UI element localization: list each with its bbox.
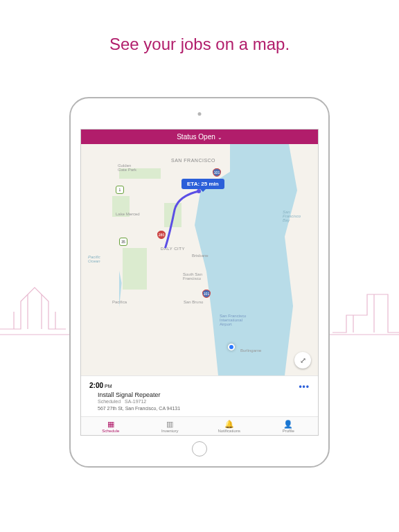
job-time-value: 2:00 (89, 382, 103, 389)
map-park (164, 203, 181, 227)
status-filter-label: Status Open (177, 133, 215, 141)
tab-notifications[interactable]: 🔔 Notifications (200, 417, 259, 435)
job-more-button[interactable]: ••• (299, 382, 310, 391)
current-location-marker (228, 344, 235, 351)
job-title: Install Signal Repeater (98, 391, 310, 398)
status-filter-bar[interactable]: Status Open⌄ (81, 130, 318, 144)
map-label-place: Brisbane (192, 254, 209, 258)
tablet-camera (198, 112, 202, 116)
job-meta: ScheduledSA-19712 (98, 399, 310, 404)
tab-label: Schedule (102, 429, 119, 433)
app-screen: Status Open⌄ SAN FRANCISCO DALY CITY Gol… (80, 129, 319, 436)
map-label-city: DALY CITY (161, 247, 185, 251)
map-label-place: San Francisco International Airport (220, 314, 246, 326)
highway-shield: 35 (119, 238, 127, 246)
chevron-down-icon: ⌄ (218, 134, 222, 141)
tab-schedule[interactable]: ▦ Schedule (81, 417, 141, 435)
map-label-place: Golden Gate Park (118, 163, 136, 172)
compass-button[interactable]: ⤢ (294, 352, 311, 369)
calendar-icon: ▦ (81, 420, 141, 428)
tab-inventory[interactable]: ▥ Inventory (141, 417, 200, 435)
highway-shield: 1 (116, 186, 124, 194)
tab-profile[interactable]: 👤 Profile (259, 417, 319, 435)
map-label-place: Burlingame (240, 348, 261, 353)
job-time: 2:00PM (89, 382, 310, 389)
tablet-home-button (192, 441, 207, 456)
job-status: Scheduled (98, 399, 121, 404)
person-icon: 👤 (259, 420, 319, 428)
tab-label: Notifications (218, 429, 240, 433)
map-label-place: San Bruno (184, 300, 203, 304)
tab-label: Inventory (161, 429, 179, 433)
eta-badge: ETA: 25 min (181, 179, 224, 189)
map-label-water: San Francisco Bay (283, 210, 301, 222)
map-label-place: South San Francisco (183, 272, 202, 281)
tablet-device-frame: Status Open⌄ SAN FRANCISCO DALY CITY Gol… (69, 97, 330, 468)
map-label-place: Lake Merced (116, 212, 140, 216)
barcode-icon: ▥ (141, 420, 200, 428)
job-card[interactable]: ••• 2:00PM Install Signal Repeater Sched… (81, 375, 318, 416)
job-time-ampm: PM (105, 384, 112, 389)
map-park (123, 248, 147, 290)
map-label-water: Pacific Ocean (88, 255, 100, 263)
map-label-place: Pacifica (112, 300, 127, 304)
job-id: SA-19712 (125, 399, 146, 404)
marketing-headline: See your jobs on a map. (0, 35, 399, 54)
tab-label: Profile (283, 429, 294, 433)
tab-bar: ▦ Schedule ▥ Inventory 🔔 Notifications 👤… (81, 416, 318, 435)
bell-icon: 🔔 (200, 420, 259, 428)
map-view[interactable]: SAN FRANCISCO DALY CITY Golden Gate Park… (81, 144, 318, 375)
job-address: 567 27th St, San Francisco, CA 94131 (98, 406, 310, 411)
compass-icon: ⤢ (300, 356, 306, 365)
map-label-city: SAN FRANCISCO (171, 158, 215, 163)
